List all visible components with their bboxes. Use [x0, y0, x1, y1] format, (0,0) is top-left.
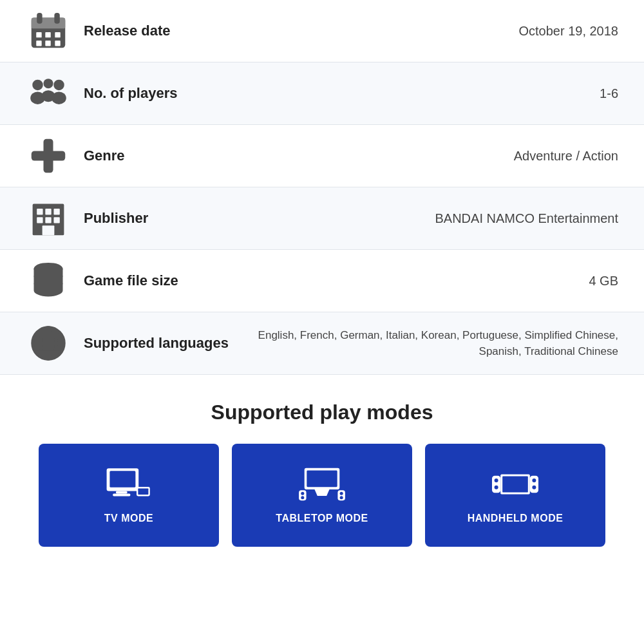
handheld-mode-card[interactable]: HANDHELD MODE: [425, 444, 605, 547]
svg-rect-37: [138, 488, 148, 495]
svg-point-14: [44, 79, 53, 88]
handheld-icon: [492, 466, 538, 505]
publisher-row: Publisher BANDAI NAMCO Entertainment: [0, 187, 644, 250]
svg-rect-1: [32, 17, 66, 28]
publisher-label: Publisher: [77, 210, 258, 227]
tv-icon: [106, 466, 152, 505]
svg-point-48: [495, 478, 498, 482]
svg-rect-5: [45, 32, 50, 37]
filesize-icon: [19, 261, 77, 300]
languages-value: English, French, German, Italian, Korean…: [258, 327, 625, 360]
filesize-label: Game file size: [77, 272, 258, 289]
svg-point-42: [301, 492, 304, 495]
tv-mode-card[interactable]: TV MODE: [39, 444, 219, 547]
publisher-icon: [19, 199, 77, 238]
svg-rect-21: [53, 209, 59, 214]
svg-rect-33: [109, 471, 135, 488]
languages-row: Supported languages English, French, Ger…: [0, 312, 644, 375]
svg-marker-40: [315, 489, 330, 496]
release-date-label: Release date: [77, 23, 258, 39]
svg-point-43: [301, 496, 304, 499]
globe-icon: [19, 324, 77, 363]
svg-rect-23: [45, 217, 51, 223]
svg-rect-3: [54, 13, 59, 24]
svg-rect-17: [32, 151, 66, 161]
languages-label: Supported languages: [77, 334, 258, 354]
svg-rect-39: [307, 470, 337, 487]
svg-rect-52: [530, 476, 538, 493]
svg-point-54: [532, 486, 536, 489]
svg-point-15: [42, 90, 55, 102]
svg-rect-8: [45, 41, 50, 46]
svg-rect-20: [45, 209, 51, 214]
tabletop-mode-card[interactable]: TABLETOP MODE: [232, 444, 412, 547]
info-table: Release date October 19, 2018 No. of pla…: [0, 0, 644, 375]
svg-rect-22: [37, 217, 43, 223]
play-modes-grid: TV MODE: [19, 444, 625, 547]
svg-point-10: [32, 80, 43, 91]
svg-rect-2: [37, 13, 42, 24]
genre-row: Genre Adventure / Action: [0, 125, 644, 187]
tabletop-icon: [299, 466, 345, 505]
svg-point-49: [495, 486, 498, 489]
svg-point-46: [340, 496, 343, 499]
players-label: No. of players: [77, 85, 258, 102]
genre-value: Adventure / Action: [258, 149, 625, 164]
svg-rect-9: [55, 41, 60, 46]
play-modes-title: Supported play modes: [19, 401, 625, 424]
release-date-row: Release date October 19, 2018: [0, 0, 644, 62]
svg-rect-6: [55, 32, 60, 37]
release-date-value: October 19, 2018: [258, 24, 625, 39]
handheld-mode-label: HANDHELD MODE: [468, 513, 564, 524]
svg-rect-24: [53, 217, 59, 223]
players-value: 1-6: [258, 86, 625, 101]
svg-point-45: [340, 492, 343, 495]
filesize-row: Game file size 4 GB: [0, 250, 644, 312]
filesize-value: 4 GB: [258, 274, 625, 289]
tv-mode-label: TV MODE: [104, 513, 153, 524]
play-modes-section: Supported play modes TV MODE: [0, 375, 644, 573]
genre-label: Genre: [77, 147, 258, 164]
players-row: No. of players 1-6: [0, 62, 644, 125]
svg-rect-47: [492, 476, 500, 493]
svg-rect-4: [36, 32, 41, 37]
genre-icon: [19, 137, 77, 175]
svg-point-12: [53, 80, 64, 91]
calendar-icon: [19, 12, 77, 50]
svg-rect-7: [36, 41, 41, 46]
svg-rect-34: [116, 491, 128, 493]
svg-rect-19: [37, 209, 43, 214]
svg-rect-35: [113, 493, 130, 496]
players-icon: [19, 74, 77, 113]
publisher-value: BANDAI NAMCO Entertainment: [258, 211, 625, 226]
svg-rect-51: [502, 476, 528, 492]
svg-point-53: [532, 478, 536, 482]
svg-rect-25: [43, 225, 55, 235]
tabletop-mode-label: TABLETOP MODE: [276, 513, 368, 524]
